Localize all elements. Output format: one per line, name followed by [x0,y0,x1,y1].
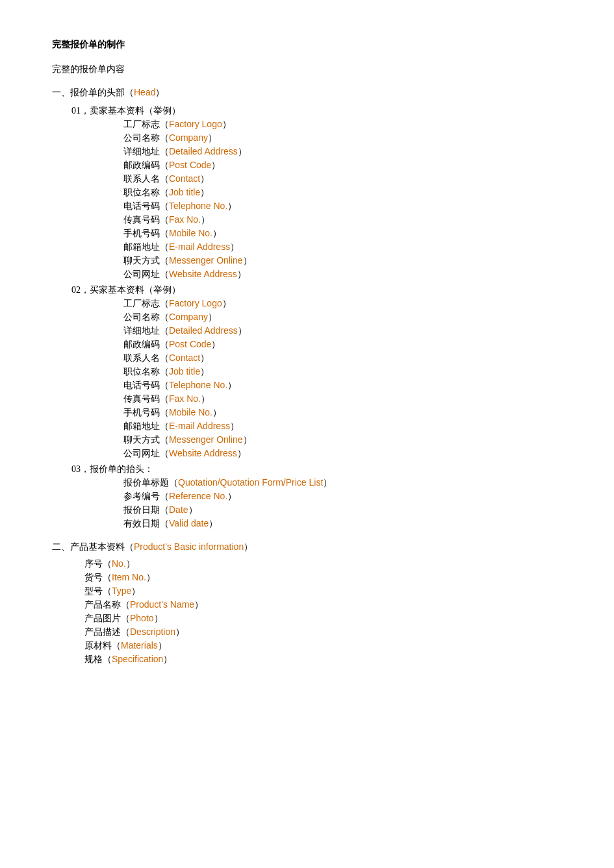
section2-heading-en: Product's Basic information [134,541,244,552]
section-intro: 完整的报价单内容 [52,64,562,75]
item-product-name: 产品名称（Product's Name） [84,599,562,611]
section1-heading: 一、报价单的头部（Head） [52,87,562,99]
item-materials: 原材料（Materials） [84,640,562,652]
item-telephone-seller: 电话号码（Telephone No.） [123,201,562,212]
item-jobtitle-buyer: 职位名称（Job title） [123,366,562,378]
subsection-header: 03，报价单的抬头： 报价单标题（Quotation/Quotation For… [71,464,562,530]
item-contact-buyer: 联系人名（Contact） [123,353,562,364]
section1: 一、报价单的头部（Head） 01，卖家基本资料（举例） 工厂标志（Factor… [52,87,562,530]
subsection-seller-label: 01，卖家基本资料（举例） [71,105,562,117]
subsection-header-label: 03，报价单的抬头： [71,464,562,475]
section2-heading: 二、产品基本资料（Product's Basic information） [52,541,562,553]
item-quotation-title: 报价单标题（Quotation/Quotation Form/Price Lis… [123,477,562,489]
item-address-buyer: 详细地址（Detailed Address） [123,325,562,337]
item-reference-no: 参考编号（Reference No.） [123,491,562,502]
item-company-buyer: 公司名称（Company） [123,312,562,323]
item-specification: 规格（Specification） [84,654,562,665]
item-website-seller: 公司网址（Website Address） [123,269,562,280]
item-fax-buyer: 传真号码（Fax No.） [123,393,562,405]
subsection-buyer-label: 02，买家基本资料（举例） [71,284,562,296]
item-email-buyer: 邮箱地址（E-mail Address） [123,421,562,432]
item-address-seller: 详细地址（Detailed Address） [123,146,562,158]
item-valid-date: 有效日期（Valid date） [123,518,562,530]
item-postcode-buyer: 邮政编码（Post Code） [123,339,562,351]
subsection-buyer: 02，买家基本资料（举例） 工厂标志（Factory Logo） 公司名称（Co… [71,284,562,460]
item-messenger-buyer: 聊天方式（Messenger Online） [123,434,562,446]
page-wrapper: 完整报价单的制作 完整的报价单内容 一、报价单的头部（Head） 01，卖家基本… [52,39,562,665]
section1-heading-en: Head [134,87,155,97]
section2: 二、产品基本资料（Product's Basic information） 序号… [52,541,562,665]
item-photo: 产品图片（Photo） [84,613,562,625]
subsection-seller: 01，卖家基本资料（举例） 工厂标志（Factory Logo） 公司名称（Co… [71,105,562,280]
item-mobile-buyer: 手机号码（Mobile No.） [123,407,562,419]
item-website-buyer: 公司网址（Website Address） [123,448,562,460]
item-item-no: 货号（Item No.） [84,572,562,584]
item-contact-seller: 联系人名（Contact） [123,173,562,185]
item-mobile-seller: 手机号码（Mobile No.） [123,228,562,240]
item-postcode-seller: 邮政编码（Post Code） [123,160,562,171]
item-telephone-buyer: 电话号码（Telephone No.） [123,380,562,391]
item-type: 型号（Type） [84,586,562,597]
item-jobtitle-seller: 职位名称（Job title） [123,187,562,199]
item-no: 序号（No.） [84,558,562,570]
item-date: 报价日期（Date） [123,504,562,516]
item-company-seller: 公司名称（Company） [123,132,562,144]
item-email-seller: 邮箱地址（E-mail Address） [123,242,562,253]
item-fax-seller: 传真号码（Fax No.） [123,214,562,226]
item-factory-logo-buyer: 工厂标志（Factory Logo） [123,298,562,310]
item-description: 产品描述（Description） [84,626,562,638]
item-factory-logo-seller: 工厂标志（Factory Logo） [123,119,562,130]
item-messenger-seller: 聊天方式（Messenger Online） [123,255,562,267]
page-title: 完整报价单的制作 [52,39,562,51]
